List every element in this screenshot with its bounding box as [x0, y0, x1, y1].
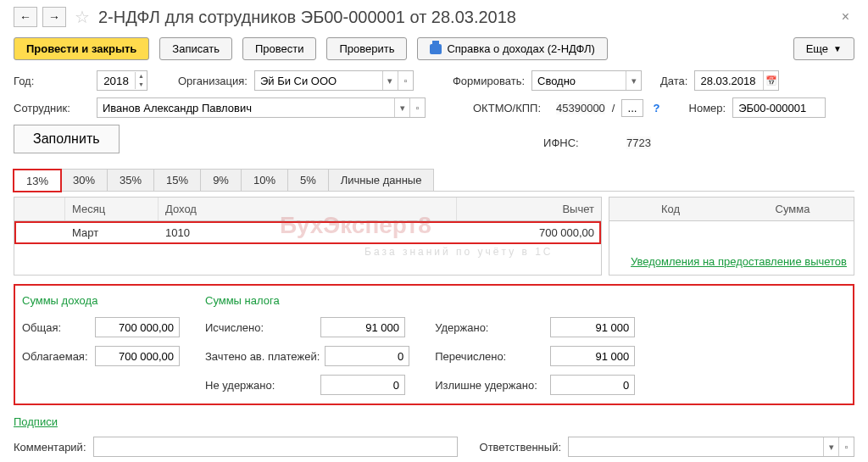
- form-dropdown-icon[interactable]: ▾: [626, 71, 641, 90]
- comment-input[interactable]: [93, 437, 458, 457]
- ifns-label: ИФНС:: [543, 136, 620, 149]
- oktmo-select-button[interactable]: ...: [621, 99, 643, 117]
- org-input[interactable]: [255, 71, 382, 90]
- total-label: Общая:: [22, 321, 90, 334]
- print-income-ref-label: Справка о доходах (2-НДФЛ): [447, 42, 594, 55]
- year-input[interactable]: [97, 71, 135, 90]
- total-input[interactable]: [95, 317, 180, 337]
- transferred-input[interactable]: [550, 346, 635, 366]
- totals-section: Суммы дохода Общая: Облагаемая: Суммы на…: [14, 284, 854, 405]
- cell-month: Март: [65, 221, 159, 244]
- tab-15[interactable]: 15%: [153, 169, 201, 191]
- form-input[interactable]: [532, 71, 626, 90]
- col-code: Код: [609, 198, 732, 220]
- help-icon[interactable]: ?: [650, 102, 664, 114]
- taxable-input[interactable]: [95, 346, 180, 366]
- date-input[interactable]: [695, 71, 763, 90]
- calendar-icon[interactable]: 📅: [763, 71, 778, 90]
- page-title: 2-НДФЛ для сотрудников ЭБ00-000001 от 28…: [98, 8, 832, 27]
- org-dropdown-icon[interactable]: ▾: [382, 71, 398, 90]
- form-label: Формировать:: [453, 75, 525, 87]
- col-deduction: Вычет: [457, 198, 601, 220]
- rate-tabs: 13% 30% 35% 15% 9% 10% 5% Личные данные: [14, 169, 854, 192]
- print-income-ref-button[interactable]: Справка о доходах (2-НДФЛ): [417, 37, 607, 60]
- employee-open-icon[interactable]: ▫: [409, 98, 425, 117]
- ifns-value: 7723: [626, 136, 651, 149]
- tax-sums-title: Суммы налога: [205, 294, 409, 307]
- tab-5[interactable]: 5%: [287, 169, 329, 191]
- transferred-label: Перечислено:: [435, 350, 545, 363]
- oktmo-label: ОКТМО/КПП:: [473, 102, 549, 114]
- responsible-combo[interactable]: ▾ ▫: [568, 437, 854, 457]
- nav-forward-button[interactable]: →: [42, 7, 66, 27]
- deductions-grid: Код Сумма Уведомления на предоставление …: [609, 197, 854, 276]
- responsible-dropdown-icon[interactable]: ▾: [823, 437, 838, 456]
- overheld-label: Излишне удержано:: [435, 379, 545, 392]
- year-up-icon[interactable]: ▲: [136, 72, 147, 81]
- held-label: Удержано:: [435, 321, 545, 334]
- responsible-input[interactable]: [569, 437, 823, 456]
- col-income: Доход: [159, 198, 457, 220]
- held-input[interactable]: [550, 317, 635, 337]
- tab-13[interactable]: 13%: [14, 170, 61, 192]
- org-combo[interactable]: ▾ ▫: [254, 70, 414, 91]
- income-sums-title: Суммы дохода: [22, 294, 180, 307]
- table-row[interactable]: Март 1010 700 000,00: [14, 221, 601, 244]
- income-grid: Месяц Доход Вычет Март 1010 700 000,00: [14, 197, 602, 276]
- col-month: Месяц: [65, 198, 159, 220]
- overheld-input[interactable]: [550, 375, 635, 395]
- signatures-link[interactable]: Подписи: [14, 415, 58, 428]
- employee-dropdown-icon[interactable]: ▾: [394, 98, 409, 117]
- post-and-close-button[interactable]: Провести и закрыть: [14, 37, 149, 60]
- employee-input[interactable]: [97, 98, 394, 117]
- year-down-icon[interactable]: ▼: [136, 81, 147, 89]
- form-combo[interactable]: ▾: [531, 70, 642, 91]
- notheld-input[interactable]: [320, 375, 405, 395]
- taxable-label: Облагаемая:: [22, 350, 90, 363]
- employee-combo[interactable]: ▾ ▫: [97, 97, 426, 118]
- offset-label: Зачтено ав. платежей:: [205, 350, 320, 363]
- more-button[interactable]: Еще ▼: [793, 37, 854, 60]
- comment-label: Комментарий:: [14, 441, 86, 454]
- cell-amount: 700 000,00: [457, 221, 601, 244]
- year-spinner[interactable]: ▲▼: [97, 70, 147, 91]
- oktmo-value: 45390000: [556, 102, 605, 114]
- calc-label: Исчислено:: [205, 321, 315, 334]
- chevron-down-icon: ▼: [833, 44, 842, 53]
- org-label: Организация:: [178, 75, 248, 87]
- more-label: Еще: [806, 42, 828, 55]
- check-button[interactable]: Проверить: [326, 37, 407, 60]
- date-label: Дата:: [660, 75, 687, 87]
- printer-icon: [430, 44, 442, 54]
- deduction-notices-link[interactable]: Уведомления на предоставление вычетов: [631, 255, 847, 268]
- date-field[interactable]: 📅: [694, 70, 779, 91]
- tab-personal[interactable]: Личные данные: [328, 169, 435, 191]
- offset-input[interactable]: [325, 346, 409, 366]
- tab-30[interactable]: 30%: [60, 169, 108, 191]
- tab-10[interactable]: 10%: [241, 169, 288, 191]
- fill-button[interactable]: Заполнить: [14, 125, 120, 153]
- tab-35[interactable]: 35%: [107, 169, 154, 191]
- number-input[interactable]: [732, 97, 826, 118]
- notheld-label: Не удержано:: [205, 379, 315, 392]
- org-open-icon[interactable]: ▫: [398, 71, 413, 90]
- col-sum: Сумма: [732, 198, 854, 220]
- post-button[interactable]: Провести: [242, 37, 317, 60]
- cell-code: 1010: [159, 221, 457, 244]
- oktmo-sep: /: [612, 102, 615, 114]
- favorite-star-icon[interactable]: ☆: [75, 7, 90, 27]
- close-icon[interactable]: ×: [837, 8, 854, 26]
- nav-back-button[interactable]: ←: [14, 7, 37, 27]
- employee-label: Сотрудник:: [14, 102, 90, 114]
- responsible-label: Ответственный:: [480, 441, 561, 454]
- calc-input[interactable]: [320, 317, 405, 337]
- save-button[interactable]: Записать: [159, 37, 232, 60]
- responsible-open-icon[interactable]: ▫: [838, 437, 854, 456]
- number-label: Номер:: [689, 102, 726, 114]
- tab-9[interactable]: 9%: [200, 169, 242, 191]
- year-label: Год:: [14, 75, 90, 87]
